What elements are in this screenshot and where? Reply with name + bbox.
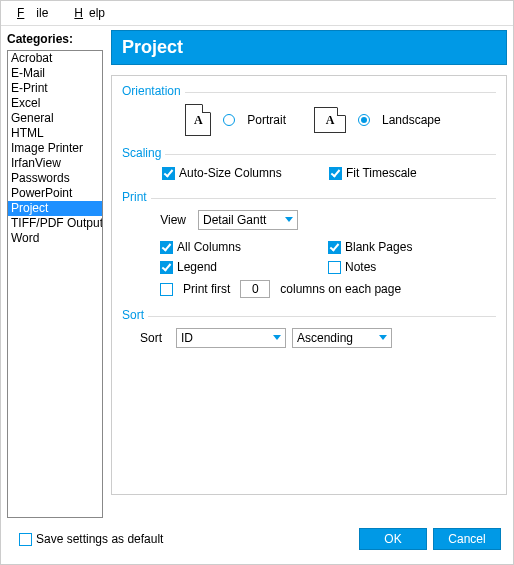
- legend-checkbox[interactable]: [160, 261, 173, 274]
- landscape-page-icon: A: [314, 107, 346, 133]
- all-columns-label: All Columns: [177, 240, 241, 254]
- sort-group-label: Sort: [122, 308, 148, 322]
- menu-file[interactable]: File: [5, 4, 60, 22]
- category-item[interactable]: Image Printer: [8, 141, 102, 156]
- portrait-radio[interactable]: [223, 114, 235, 126]
- chevron-down-icon: [285, 217, 293, 222]
- portrait-label: Portrait: [247, 113, 286, 127]
- cancel-button[interactable]: Cancel: [433, 528, 501, 550]
- fit-timescale-label: Fit Timescale: [346, 166, 417, 180]
- category-item[interactable]: Project: [8, 201, 102, 216]
- category-item[interactable]: Acrobat: [8, 51, 102, 66]
- print-first-suffix: columns on each page: [280, 282, 401, 296]
- category-item[interactable]: HTML: [8, 126, 102, 141]
- orientation-group-label: Orientation: [122, 84, 185, 98]
- view-combo[interactable]: Detail Gantt: [198, 210, 298, 230]
- chevron-down-icon: [379, 335, 387, 340]
- chevron-down-icon: [273, 335, 281, 340]
- categories-label: Categories:: [7, 32, 103, 46]
- fit-timescale-checkbox[interactable]: [329, 167, 342, 180]
- legend-label: Legend: [177, 260, 217, 274]
- category-item[interactable]: Passwords: [8, 171, 102, 186]
- page-title: Project: [111, 30, 507, 65]
- menu-help[interactable]: Help: [62, 4, 111, 22]
- print-group-label: Print: [122, 190, 151, 204]
- category-item[interactable]: General: [8, 111, 102, 126]
- category-item[interactable]: Excel: [8, 96, 102, 111]
- categories-list[interactable]: AcrobatE-MailE-PrintExcelGeneralHTMLImag…: [7, 50, 103, 518]
- category-item[interactable]: PowerPoint: [8, 186, 102, 201]
- notes-checkbox[interactable]: [328, 261, 341, 274]
- auto-size-label: Auto-Size Columns: [179, 166, 282, 180]
- sort-field-combo[interactable]: ID: [176, 328, 286, 348]
- category-item[interactable]: E-Print: [8, 81, 102, 96]
- print-first-input[interactable]: 0: [240, 280, 270, 298]
- category-item[interactable]: E-Mail: [8, 66, 102, 81]
- auto-size-checkbox[interactable]: [162, 167, 175, 180]
- category-item[interactable]: TIFF/PDF Output: [8, 216, 102, 231]
- print-first-checkbox[interactable]: [160, 283, 173, 296]
- ok-button[interactable]: OK: [359, 528, 427, 550]
- notes-label: Notes: [345, 260, 376, 274]
- landscape-radio[interactable]: [358, 114, 370, 126]
- view-label: View: [148, 213, 186, 227]
- blank-pages-label: Blank Pages: [345, 240, 412, 254]
- menu-bar: File Help: [1, 1, 513, 26]
- all-columns-checkbox[interactable]: [160, 241, 173, 254]
- landscape-label: Landscape: [382, 113, 441, 127]
- footer: Save settings as default OK Cancel: [1, 518, 513, 560]
- category-item[interactable]: Word: [8, 231, 102, 246]
- category-item[interactable]: IrfanView: [8, 156, 102, 171]
- sort-direction-combo[interactable]: Ascending: [292, 328, 392, 348]
- scaling-group-label: Scaling: [122, 146, 165, 160]
- view-combo-value: Detail Gantt: [203, 213, 266, 227]
- save-default-checkbox[interactable]: [19, 533, 32, 546]
- portrait-page-icon: A: [185, 104, 211, 136]
- settings-panel: Orientation A Portrait A Landscape Scali…: [111, 75, 507, 495]
- blank-pages-checkbox[interactable]: [328, 241, 341, 254]
- sort-field-value: ID: [181, 331, 193, 345]
- print-first-label: Print first: [183, 282, 230, 296]
- sort-label: Sort: [140, 331, 170, 345]
- sort-direction-value: Ascending: [297, 331, 353, 345]
- save-default-label: Save settings as default: [36, 532, 163, 546]
